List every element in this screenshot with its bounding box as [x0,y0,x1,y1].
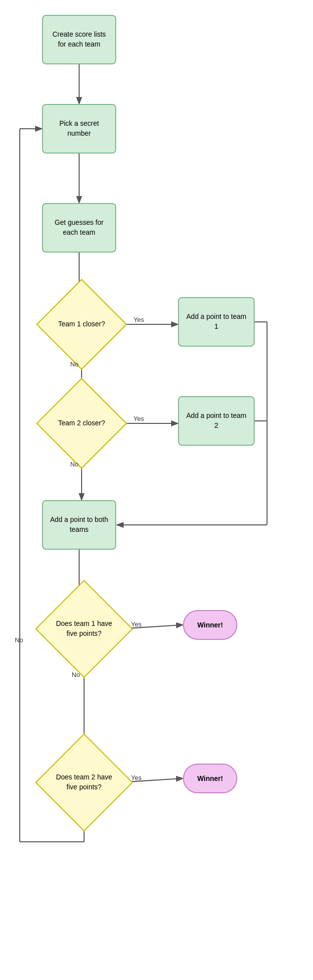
team1-closer-label: Team 1 closer? [56,317,108,332]
team1-closer-diamond: Team 1 closer? [49,292,114,357]
get-guesses-label: Get guesses for each team [48,218,110,237]
create-score-rect: Create score lists for each team [42,15,116,64]
create-score-label: Create score lists for each team [48,30,110,49]
yes-label-team2-five: Yes [131,774,141,781]
add-point-both-label: Add a point to both teams [48,515,110,534]
no-label-team1-five: No [72,671,80,678]
add-point-team2-rect: Add a point to team 2 [178,396,255,446]
yes-label-team1-five: Yes [131,620,141,628]
winner2-label: Winner! [197,774,223,782]
team2-closer-diamond: Team 2 closer? [49,391,114,456]
no-label-team2: No [70,461,79,468]
winner2-terminal: Winner! [183,764,237,793]
no-label-team1: No [70,361,79,368]
add-point-team1-rect: Add a point to team 1 [178,297,255,347]
pick-number-label: Pick a secret number [48,119,110,138]
get-guesses-rect: Get guesses for each team [42,203,116,253]
flowchart: Create score lists for each team Pick a … [0,0,313,980]
add-point-team1-label: Add a point to team 1 [184,312,249,331]
add-point-team2-label: Add a point to team 2 [184,411,249,430]
yes-label-team1: Yes [134,316,144,323]
winner1-terminal: Winner! [183,610,237,640]
team1-five-label: Does team 1 have five points? [49,617,119,641]
team1-five-diamond: Does team 1 have five points? [49,594,119,664]
no-label-team2-five: No [15,636,23,644]
add-point-both-rect: Add a point to both teams [42,500,116,550]
team2-five-diamond: Does team 2 have five points? [49,748,119,817]
team2-five-label: Does team 2 have five points? [49,770,119,794]
team2-closer-label: Team 2 closer? [56,416,108,431]
pick-number-rect: Pick a secret number [42,104,116,154]
winner1-label: Winner! [197,621,223,629]
yes-label-team2: Yes [134,415,144,422]
